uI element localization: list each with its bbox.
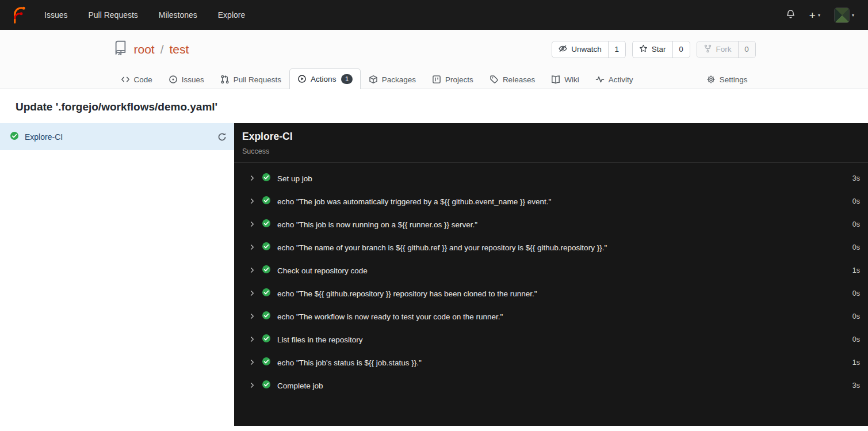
tab-pull-requests[interactable]: Pull Requests (212, 69, 289, 89)
step-label: echo "This job is now running on a ${{ r… (277, 220, 477, 229)
chevron-right-icon (249, 311, 255, 322)
repo-header: root / test Unwatch (0, 30, 868, 89)
notifications-button[interactable] (782, 6, 800, 24)
navbar-item-explore[interactable]: Explore (208, 0, 255, 30)
top-navbar: Issues Pull Requests Milestones Explore … (0, 0, 868, 30)
unwatch-button-group: Unwatch 1 (552, 41, 626, 58)
sync-icon (217, 132, 227, 142)
step-duration: 0s (852, 220, 860, 228)
star-button[interactable]: Star (633, 41, 672, 58)
check-circle-icon (262, 334, 271, 345)
chevron-right-icon (249, 196, 255, 207)
step-row[interactable]: echo "The ${{ github.repository }} repos… (234, 282, 868, 305)
run-title: Update '.forgejo/workflows/demo.yaml' (0, 89, 868, 123)
step-row[interactable]: echo "The workflow is now ready to test … (234, 305, 868, 328)
check-circle-icon (262, 357, 271, 368)
step-label: Complete job (277, 382, 323, 390)
unwatch-label: Unwatch (571, 45, 602, 54)
star-label: Star (652, 45, 666, 54)
job-step-panel: Explore-CI Success Set up job 3s echo "T… (234, 123, 868, 426)
create-new-button[interactable]: + ▾ (805, 7, 824, 24)
unwatch-button[interactable]: Unwatch (552, 41, 608, 58)
star-icon (639, 44, 648, 55)
navbar-item-milestones[interactable]: Milestones (148, 0, 208, 30)
pulse-icon (595, 75, 605, 84)
chevron-right-icon (249, 380, 255, 391)
chevron-down-icon: ▾ (818, 13, 820, 18)
step-row[interactable]: Set up job 3s (234, 167, 868, 190)
step-row[interactable]: echo "This job is now running on a ${{ r… (234, 213, 868, 236)
chevron-right-icon (249, 219, 255, 230)
steps-list: Set up job 3s echo "The job was automati… (234, 163, 868, 401)
project-board-icon (432, 75, 441, 84)
tab-actions[interactable]: Actions 1 (289, 68, 361, 90)
tab-packages[interactable]: Packages (361, 69, 424, 89)
forks-count[interactable]: 0 (738, 41, 755, 58)
step-row[interactable]: List files in the repository 0s (234, 328, 868, 351)
code-icon (121, 75, 130, 84)
tag-icon (490, 75, 499, 84)
repo-name-link[interactable]: test (170, 43, 189, 56)
step-label: echo "This job's status is ${{ job.statu… (277, 358, 422, 367)
tab-wiki[interactable]: Wiki (543, 69, 587, 89)
step-duration: 0s (852, 335, 860, 344)
chevron-right-icon (249, 288, 255, 299)
step-duration: 0s (852, 243, 860, 251)
step-label: Check out repository code (277, 266, 368, 275)
step-label: echo "The workflow is now ready to test … (277, 312, 503, 321)
panel-job-status: Success (242, 147, 860, 155)
panel-header: Explore-CI Success (234, 123, 868, 163)
book-icon (551, 75, 560, 84)
step-duration: 0s (852, 289, 860, 297)
repo-tabs: Code Issues Pull Requests Actions 1 Pack… (113, 65, 756, 89)
fork-button[interactable]: Fork (697, 41, 738, 58)
repo-owner-link[interactable]: root (134, 43, 155, 56)
package-icon (369, 75, 378, 84)
step-row[interactable]: Check out repository code 1s (234, 259, 868, 282)
step-label: echo "The job was automatically triggere… (277, 197, 551, 206)
tab-activity[interactable]: Activity (587, 69, 641, 89)
step-duration: 3s (852, 382, 860, 390)
git-fork-icon (703, 44, 712, 55)
tab-issues[interactable]: Issues (160, 69, 212, 89)
check-circle-icon (262, 196, 271, 207)
step-row[interactable]: Complete job 3s (234, 374, 868, 397)
job-list-item[interactable]: Explore-CI (0, 123, 234, 150)
step-label: echo "The ${{ github.repository }} repos… (277, 289, 537, 298)
step-row[interactable]: echo "The job was automatically triggere… (234, 190, 868, 213)
repo-action-buttons: Unwatch 1 Star 0 (552, 41, 755, 58)
bell-icon (786, 9, 796, 21)
step-row[interactable]: echo "This job's status is ${{ job.statu… (234, 351, 868, 374)
check-circle-icon (262, 311, 271, 322)
navbar-item-pull-requests[interactable]: Pull Requests (78, 0, 148, 30)
chevron-right-icon (249, 334, 255, 345)
check-circle-icon (262, 288, 271, 299)
navbar-links: Issues Pull Requests Milestones Explore (34, 0, 255, 30)
panel-job-title: Explore-CI (242, 131, 860, 143)
tab-settings[interactable]: Settings (698, 69, 756, 89)
step-duration: 3s (852, 174, 860, 182)
fork-button-group: Fork 0 (697, 41, 756, 58)
step-duration: 0s (852, 312, 860, 321)
tab-releases[interactable]: Releases (481, 69, 543, 89)
tab-code[interactable]: Code (113, 69, 160, 89)
chevron-right-icon (249, 242, 255, 253)
navbar-item-issues[interactable]: Issues (34, 0, 78, 30)
check-circle-icon (262, 242, 271, 253)
step-duration: 1s (852, 358, 860, 367)
issue-opened-icon (169, 75, 178, 84)
plus-icon: + (809, 10, 816, 21)
job-name: Explore-CI (25, 132, 63, 142)
watchers-count[interactable]: 1 (608, 41, 625, 58)
rerun-job-button[interactable] (217, 132, 227, 142)
step-label: echo "The name of your branch is ${{ git… (277, 243, 607, 252)
job-list: Explore-CI (0, 123, 234, 426)
stars-count[interactable]: 0 (672, 41, 690, 58)
gear-icon (706, 75, 716, 84)
step-row[interactable]: echo "The name of your branch is ${{ git… (234, 236, 868, 259)
tab-projects[interactable]: Projects (424, 69, 481, 89)
step-label: Set up job (277, 174, 312, 183)
run-body: Explore-CI Explore-CI Success Set up job… (0, 123, 868, 426)
forgejo-logo[interactable] (10, 6, 27, 24)
user-menu-button[interactable]: ▾ (830, 5, 858, 26)
